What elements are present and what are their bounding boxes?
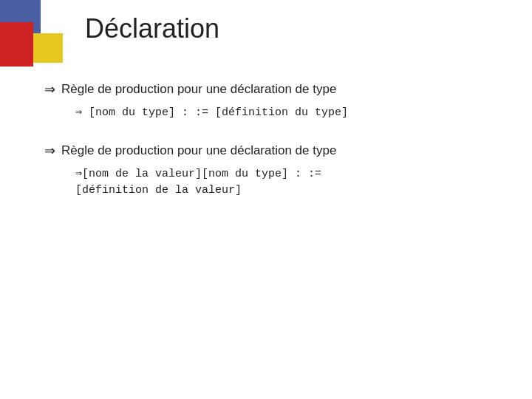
- rule-1: ⇒ Règle de production pour une déclarati…: [44, 81, 510, 122]
- rule-2-label: ⇒ Règle de production pour une déclarati…: [44, 143, 510, 159]
- main-content: ⇒ Règle de production pour une déclarati…: [44, 81, 510, 220]
- rule-1-code: ⇒ [nom du type] : := [définition du type…: [75, 105, 510, 122]
- arrow-4-icon: ⇒: [75, 168, 82, 180]
- arrow-3-icon: ⇒: [44, 143, 55, 159]
- arrow-2-icon: ⇒: [75, 106, 82, 119]
- rule-2: ⇒ Règle de production pour une déclarati…: [44, 143, 510, 200]
- rule-1-label: ⇒ Règle de production pour une déclarati…: [44, 81, 510, 98]
- rule-2-code-line2: [définition de la valeur]: [75, 183, 510, 200]
- rule-2-code-line1: ⇒[nom de la valeur][nom du type] : :=: [75, 166, 510, 183]
- arrow-1-icon: ⇒: [44, 81, 55, 98]
- rule-1-code-text: [nom du type] : := [définition du type]: [89, 106, 348, 119]
- rule-1-text: Règle de production pour une déclaration…: [61, 82, 336, 97]
- deco-red-block: [0, 22, 33, 66]
- rule-2-text: Règle de production pour une déclaration…: [61, 143, 336, 158]
- decorative-blocks: [0, 0, 81, 66]
- deco-yellow-block: [33, 33, 63, 63]
- page-title: Déclaration: [85, 13, 219, 44]
- rule-2-code-text1: [nom de la valeur][nom du type] : :=: [82, 168, 321, 180]
- rule-2-code-text2: [définition de la valeur]: [75, 184, 242, 197]
